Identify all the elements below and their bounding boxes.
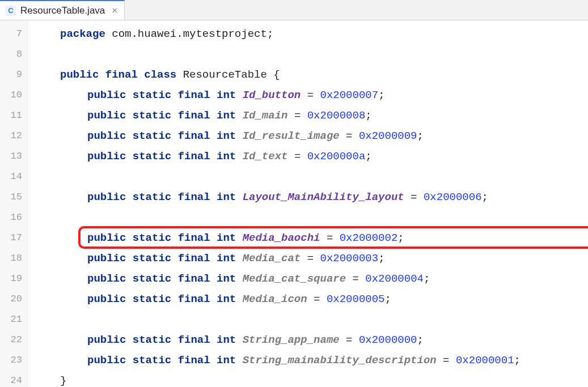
field-name: Id_text [243, 150, 288, 163]
line-number: 13 [0, 146, 22, 167]
hex-value: 0x2000008 [307, 109, 366, 122]
operator: = [307, 293, 327, 305]
operator: = [301, 252, 320, 265]
semicolon: ; [482, 191, 488, 203]
code-line[interactable] [28, 207, 588, 228]
line-number: 17 [0, 228, 22, 248]
hex-value: 0x2000006 [424, 191, 482, 203]
line-number: 22 [0, 330, 22, 350]
line-number: 18 [0, 248, 22, 269]
code-line[interactable]: public static final int String_app_name … [28, 330, 588, 350]
code-line[interactable]: } [28, 371, 588, 387]
operator: = [320, 232, 339, 244]
operator: = [404, 191, 424, 203]
line-number: 23 [0, 350, 22, 371]
keyword: public static final int [87, 191, 236, 203]
operator: = [301, 89, 320, 101]
tab-filename: ResourceTable.java [20, 5, 105, 16]
line-number: 10 [0, 85, 22, 105]
code-line[interactable]: public static final int String_mainabili… [28, 350, 588, 371]
line-number: 19 [0, 269, 22, 289]
code-line[interactable] [28, 309, 588, 330]
operator: = [287, 109, 307, 122]
code-line[interactable]: public static final int Id_main = 0x2000… [28, 105, 588, 126]
semicolon: ; [385, 293, 391, 305]
operator: = [346, 273, 365, 285]
code-line[interactable]: public static final int Id_result_image … [28, 126, 588, 146]
code-line[interactable]: public static final int Layout_MainAbili… [28, 187, 588, 207]
field-name: String_mainability_description [243, 354, 437, 367]
editor-tab[interactable]: C ResourceTable.java × [0, 0, 125, 20]
line-number: 24 [0, 371, 22, 387]
line-number: 12 [0, 126, 22, 146]
semicolon: ; [365, 109, 371, 122]
token-op: } [60, 375, 66, 387]
keyword: public static final int [87, 130, 236, 142]
hex-value: 0x2000004 [365, 273, 424, 285]
code-line[interactable]: public static final int Media_baochi = 0… [28, 228, 588, 248]
semicolon: ; [417, 130, 424, 142]
close-icon[interactable]: × [112, 5, 117, 16]
code-line[interactable]: public static final int Id_button = 0x20… [28, 85, 588, 105]
hex-value: 0x2000005 [327, 293, 385, 305]
token-op: { [273, 69, 280, 81]
line-number: 7 [0, 24, 22, 44]
keyword: public static final int [87, 109, 236, 122]
keyword: public static final int [87, 334, 236, 346]
hex-value: 0x200000a [307, 150, 366, 163]
hex-value: 0x2000002 [340, 232, 398, 244]
code-editor[interactable]: 789101112131415161718192021222324 packag… [0, 20, 588, 387]
semicolon: ; [365, 150, 371, 163]
hex-value: 0x2000000 [359, 334, 417, 346]
semicolon: ; [417, 334, 424, 346]
code-area[interactable]: package com.huawei.mytestproject; public… [28, 20, 588, 387]
keyword: public static final int [87, 273, 236, 285]
field-name: Media_icon [243, 293, 307, 305]
keyword: public static final int [87, 293, 236, 305]
code-line[interactable] [28, 44, 588, 65]
field-name: Media_baochi [243, 232, 320, 244]
java-file-icon: C [6, 6, 16, 16]
keyword: public static final int [87, 252, 236, 265]
operator: = [340, 334, 359, 346]
tab-bar: C ResourceTable.java × [0, 0, 588, 20]
field-name: Id_button [243, 89, 301, 101]
field-name: Id_main [243, 109, 288, 122]
field-name: Media_cat_square [243, 273, 346, 285]
hex-value: 0x2000007 [320, 89, 379, 101]
code-line[interactable] [28, 167, 588, 187]
token-kw: public final class [60, 69, 176, 81]
token-cls: ResourceTable [183, 69, 274, 81]
line-number: 21 [0, 309, 22, 330]
semicolon: ; [397, 232, 404, 244]
token-op: ; [267, 28, 273, 40]
line-number: 14 [0, 167, 22, 187]
field-name: String_app_name [243, 334, 340, 346]
keyword: public static final int [87, 232, 236, 244]
code-line[interactable]: public static final int Media_cat = 0x20… [28, 248, 588, 269]
field-name: Media_cat [243, 252, 301, 265]
line-number: 20 [0, 289, 22, 309]
operator: = [340, 130, 359, 142]
line-number: 9 [0, 65, 22, 85]
keyword: public static final int [87, 150, 236, 163]
line-number: 16 [0, 207, 22, 228]
code-line[interactable]: public static final int Id_text = 0x2000… [28, 146, 588, 167]
semicolon: ; [378, 252, 384, 265]
code-line[interactable]: package com.huawei.mytestproject; [28, 24, 588, 44]
keyword: public static final int [87, 354, 236, 367]
operator: = [287, 150, 307, 163]
semicolon: ; [378, 89, 384, 101]
line-number-gutter: 789101112131415161718192021222324 [0, 20, 28, 387]
keyword: public static final int [87, 89, 236, 101]
hex-value: 0x2000009 [359, 130, 417, 142]
line-number: 11 [0, 105, 22, 126]
operator: = [437, 354, 456, 367]
semicolon: ; [514, 354, 521, 367]
token-pkg: com.huawei.mytestproject [112, 28, 267, 40]
code-line[interactable]: public final class ResourceTable { [28, 65, 588, 85]
token-kw: package [60, 28, 105, 40]
field-name: Layout_MainAbility_layout [243, 191, 404, 203]
code-line[interactable]: public static final int Media_cat_square… [28, 269, 588, 289]
code-line[interactable]: public static final int Media_icon = 0x2… [28, 289, 588, 309]
